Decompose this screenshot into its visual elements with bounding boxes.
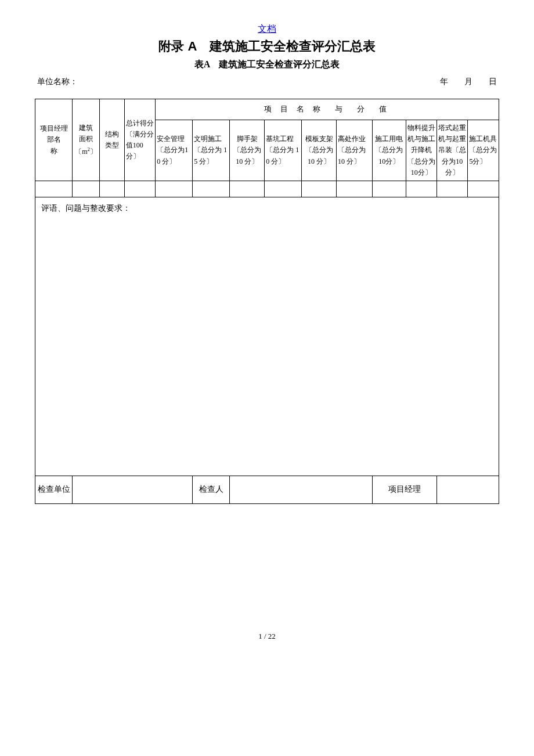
page-title: 附录 A 建筑施工安全检查评分汇总表: [35, 38, 499, 55]
sub-header-crane: 塔式起重机与起重吊装〔总分为10 分〕: [437, 120, 468, 181]
col-header-struct: 结构 类型: [100, 99, 125, 181]
col-header-total: 总计得分〔满分分值100 分〕: [124, 99, 155, 181]
meta-row: 单位名称： 年 月 日: [35, 77, 499, 87]
footer-pm-value: [437, 476, 499, 503]
area-l2: 面积: [79, 135, 93, 143]
sub-header-pit: 基坑工程〔总分为 10 分〕: [265, 120, 302, 181]
footer-pm-label: 项目经理: [372, 476, 436, 503]
struct-l1: 结构: [105, 130, 119, 138]
footer-checker-value: [230, 476, 373, 503]
col-header-area: 建筑 面积 〔m2〕: [73, 99, 100, 181]
table-row: [35, 181, 499, 197]
page-subtitle: 表A 建筑施工安全检查评分汇总表: [35, 59, 499, 71]
date-label: 年 月 日: [440, 77, 497, 87]
sub-header-scaffold: 脚手架〔总分为 10 分〕: [230, 120, 265, 181]
area-l3b: 〕: [90, 147, 97, 156]
footer-checker-label: 检查人: [193, 476, 230, 503]
footer-check-unit-value: [73, 476, 193, 503]
doc-link[interactable]: 文档: [35, 23, 499, 35]
sub-header-elec: 施工用电〔总分为10分〕: [372, 120, 406, 181]
sub-header-civil: 文明施工〔总分为 15 分〕: [193, 120, 230, 181]
summary-table: 项目经理部名 称 建筑 面积 〔m2〕 结构 类型 总计得分〔满分分值100 分…: [35, 99, 499, 504]
area-l1: 建筑: [79, 124, 93, 132]
comments-cell: 评语、问题与整改要求：: [35, 197, 499, 476]
group-header: 项 目 名 称 与 分 值: [156, 99, 499, 120]
sub-header-height: 高处作业〔总分为 10 分〕: [337, 120, 373, 181]
footer-check-unit-label: 检查单位: [35, 476, 73, 503]
sub-header-hoist: 物料提升机与施工升降机〔总分为 10分〕: [406, 120, 436, 181]
unit-label: 单位名称：: [37, 77, 78, 87]
doc-link-text: 文档: [258, 24, 276, 34]
sub-header-tools: 施工机具〔总分为 5分〕: [468, 120, 499, 181]
struct-l2: 类型: [105, 141, 119, 149]
sub-header-safety: 安全管理〔总分为10 分〕: [156, 120, 193, 181]
area-l3a: 〔m: [75, 147, 87, 156]
sub-header-formwork: 模板支架〔总分为 10 分〕: [302, 120, 337, 181]
col-header-project-dept: 项目经理部名 称: [35, 99, 73, 181]
page-number: 1 / 22: [35, 632, 499, 641]
